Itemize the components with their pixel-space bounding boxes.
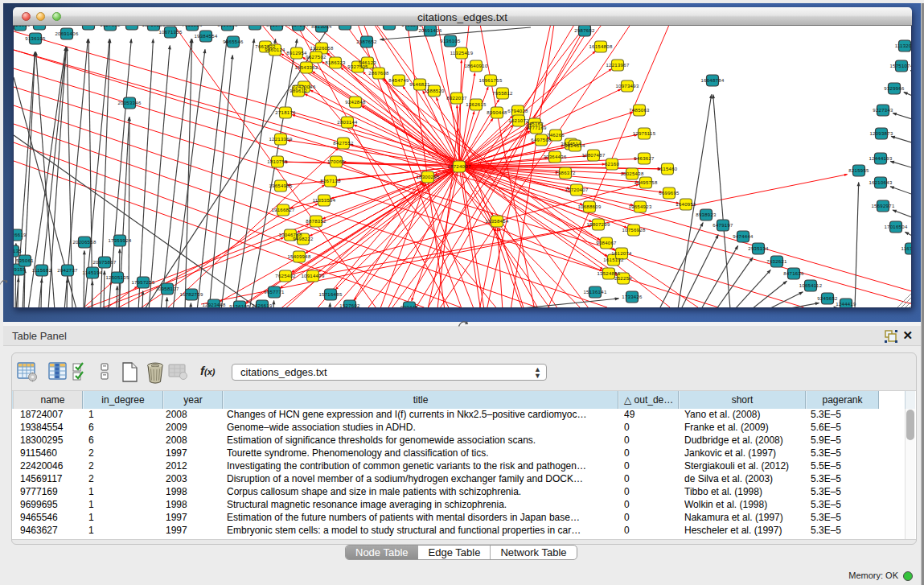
svg-text:10671355: 10671355 [158,30,182,35]
svg-text:8912954: 8912954 [286,51,307,56]
svg-text:2803144: 2803144 [337,120,358,125]
svg-text:1405571: 1405571 [401,26,422,27]
svg-text:16543362: 16543362 [294,65,318,70]
svg-text:8813054: 8813054 [311,26,332,29]
svg-text:6699695: 6699695 [659,191,680,196]
svg-text:1145194: 1145194 [82,270,102,275]
svg-text:11325419: 11325419 [450,51,474,56]
svg-text:15716485: 15716485 [318,292,342,297]
svg-text:2987652: 2987652 [574,28,595,33]
svg-text:10719155: 10719155 [142,26,165,27]
svg-text:2867608: 2867608 [368,71,389,76]
svg-text:6497508: 6497508 [531,138,552,142]
svg-text:9084067: 9084067 [596,241,617,245]
svg-text:9245652: 9245652 [817,296,838,301]
svg-text:20691406: 20691406 [418,28,441,33]
svg-text:10958107: 10958107 [155,286,179,291]
svg-text:2626619: 2626619 [252,303,273,307]
svg-text:2718176: 2718176 [275,110,296,115]
svg-text:20975867: 20975867 [92,260,116,265]
svg-text:62160: 62160 [605,162,620,167]
svg-text:19218506: 19218506 [333,26,356,27]
svg-text:17016504: 17016504 [884,225,907,229]
svg-text:923448: 923448 [400,305,418,307]
svg-text:7515526: 7515526 [182,26,203,27]
svg-text:20691406: 20691406 [55,31,78,36]
svg-text:9627502: 9627502 [306,55,326,60]
svg-text:2626619: 2626619 [14,26,31,27]
svg-text:546123: 546123 [359,60,376,65]
svg-text:9136105: 9136105 [440,39,461,43]
svg-text:9329966: 9329966 [884,86,905,91]
svg-text:2987652: 2987652 [356,39,377,44]
svg-text:13226058: 13226058 [310,46,333,51]
svg-text:20053346: 20053346 [117,101,141,105]
svg-text:15720407: 15720407 [565,187,588,192]
svg-text:17359924: 17359924 [108,238,131,243]
svg-text:9136105: 9136105 [229,304,250,307]
svg-text:19166827: 19166827 [271,208,294,212]
svg-text:1615132: 1615132 [603,257,624,262]
svg-text:19358454: 19358454 [485,219,508,224]
svg-text:9777169: 9777169 [526,126,547,130]
svg-text:18300295: 18300295 [416,175,439,179]
svg-text:10807487: 10807487 [581,153,605,158]
svg-text:12975115: 12975115 [633,131,656,136]
svg-text:10654112: 10654112 [799,283,823,288]
svg-text:7986372: 7986372 [555,171,576,175]
svg-text:10914479: 10914479 [301,274,324,278]
svg-text:9474444: 9474444 [733,234,754,239]
svg-text:16961755: 16961755 [478,78,502,83]
svg-text:2935134: 2935134 [748,246,769,251]
svg-text:15692971: 15692971 [871,204,894,208]
svg-text:8990448: 8990448 [487,110,507,115]
svg-text:9242848: 9242848 [345,100,366,105]
svg-text:18807299: 18807299 [586,222,610,227]
svg-text:10653267: 10653267 [76,26,100,27]
svg-text:7625402: 7625402 [275,274,296,278]
svg-text:8267130: 8267130 [320,179,341,183]
svg-text:8215955: 8215955 [848,168,869,173]
svg-text:1113206: 1113206 [895,43,912,48]
svg-text:16648784: 16648784 [700,78,724,83]
svg-text:12444193: 12444193 [869,156,892,161]
svg-text:1362615: 1362615 [466,102,487,107]
svg-text:1244419: 1244419 [836,302,856,307]
svg-text:9699695: 9699695 [217,26,238,27]
svg-text:16782759: 16782759 [179,292,203,297]
svg-text:12213369: 12213369 [269,137,292,142]
svg-text:16210643: 16210643 [869,180,892,185]
svg-text:19654923: 19654923 [628,204,651,209]
svg-text:18640910: 18640910 [464,64,487,68]
svg-text:2626619: 2626619 [379,26,400,27]
svg-text:9146821: 9146821 [409,82,430,87]
svg-text:7632621: 7632621 [766,259,787,264]
svg-text:17957255: 17957255 [131,280,154,285]
svg-text:7955812: 7955812 [492,91,513,96]
svg-text:749135: 749135 [14,249,22,253]
svg-text:7485063: 7485063 [629,108,650,113]
svg-text:9498222: 9498222 [293,237,314,241]
svg-text:535061: 535061 [16,258,34,263]
svg-text:6479197: 6479197 [713,223,733,228]
svg-text:18724007: 18724007 [447,164,470,169]
svg-text:989612: 989612 [290,89,307,93]
svg-text:170065: 170065 [327,159,345,164]
svg-text:9465546: 9465546 [223,39,244,44]
svg-text:1405571: 1405571 [29,26,50,27]
svg-text:15409948: 15409948 [287,254,310,259]
svg-text:11353594: 11353594 [313,198,336,203]
svg-text:1527602: 1527602 [100,26,121,27]
svg-text:2626619: 2626619 [14,233,27,237]
svg-text:20206558: 20206558 [72,240,96,245]
svg-text:6794028: 6794028 [507,109,528,113]
svg-text:1733426: 1733426 [622,295,643,299]
svg-text:19654985: 19654985 [269,183,292,188]
svg-text:1115682: 1115682 [32,268,52,273]
svg-text:12505135: 12505135 [105,275,129,280]
svg-text:1810755: 1810755 [267,159,288,164]
svg-text:8427552: 8427552 [333,141,354,146]
svg-text:12093873: 12093873 [869,131,893,136]
svg-text:20364436: 20364436 [543,154,566,159]
svg-text:7357234: 7357234 [288,26,309,27]
